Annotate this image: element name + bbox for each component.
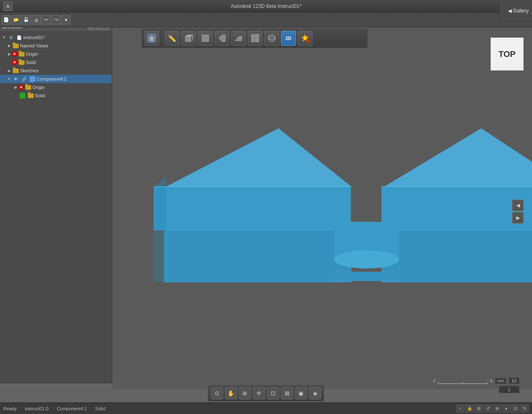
origin2-label: Origin xyxy=(32,85,44,90)
solid2-label: Solid xyxy=(35,93,45,98)
new-button[interactable]: 📄 xyxy=(2,15,11,25)
sketches-expand[interactable]: ▶ xyxy=(7,68,12,73)
status-lock-icon[interactable]: 🔒 xyxy=(466,404,474,413)
component-expand[interactable]: ▼ xyxy=(7,76,12,81)
nav-controls: ◀ ▶ xyxy=(512,200,524,224)
status-box-icon[interactable]: ⊡ xyxy=(511,404,520,413)
scale-unit: mm xyxy=(495,378,506,384)
root-label: instruct01* xyxy=(23,35,45,40)
front-view-tool[interactable] xyxy=(198,31,213,46)
tree-solid1[interactable]: ▶ ✕ Solid xyxy=(0,58,112,67)
svg-rect-16 xyxy=(306,39,310,42)
component-icon xyxy=(29,76,36,82)
solid1-label: Solid xyxy=(26,60,36,65)
gallery-panel[interactable]: ◀ Gallery xyxy=(499,0,532,22)
box-tool[interactable] xyxy=(181,31,196,46)
component-label: Component4:1 xyxy=(37,76,66,81)
status-percent-icon[interactable]: % xyxy=(520,404,529,413)
pencil-tool[interactable]: ✏️ xyxy=(165,31,180,46)
top-view-label[interactable]: TOP xyxy=(490,37,524,71)
tree-solid2[interactable]: ▶ Solid xyxy=(0,91,112,100)
save-button[interactable]: 💾 xyxy=(22,15,31,25)
svg-rect-23 xyxy=(382,230,532,282)
solid2-green-icon xyxy=(19,92,26,99)
dropdown-button[interactable]: ▼ xyxy=(62,15,71,25)
print-button[interactable]: 🖨 xyxy=(32,15,41,25)
main-toolbar: ✏️ 2D xyxy=(141,28,368,48)
quick-access-toolbar: 📄 📂 💾 🖨 ↩ ↪ ▼ xyxy=(0,12,532,27)
select-surface-button[interactable]: ⊠ xyxy=(281,387,293,399)
nav-left-button[interactable]: ◀ xyxy=(512,200,524,211)
solid1-folder-icon xyxy=(18,59,25,66)
home-view-button[interactable] xyxy=(144,31,159,46)
origin1-expand[interactable]: ▶ xyxy=(7,52,12,57)
tree-root[interactable]: ▼ ⊕ 📄 instruct01* xyxy=(0,33,112,42)
title-bar: A Autodesk 123D Beta instruct01* ─ □ ✕ xyxy=(0,0,532,12)
svg-rect-2 xyxy=(150,38,154,41)
svg-rect-10 xyxy=(256,34,259,38)
svg-marker-8 xyxy=(235,37,242,41)
2d-view-button[interactable]: 2D xyxy=(281,31,296,46)
app-icon[interactable]: A xyxy=(3,2,12,11)
root-icon: ⊕ xyxy=(7,34,14,41)
named-views-folder-icon xyxy=(12,42,19,49)
view-cube[interactable]: TOP xyxy=(490,37,524,71)
tree-sketches[interactable]: ▶ Sketches xyxy=(0,67,112,75)
2d-label: 2D xyxy=(286,36,291,41)
status-undo-icon[interactable]: ↺ xyxy=(484,404,492,413)
scale-bar: 0 6 mm 10 1 xyxy=(433,377,520,393)
svg-rect-6 xyxy=(202,35,209,42)
viewport[interactable] xyxy=(112,22,532,389)
named-views-label: Named Views xyxy=(20,43,48,48)
status-add-icon[interactable]: ⊕ xyxy=(493,404,501,413)
svg-rect-19 xyxy=(154,187,351,230)
svg-rect-11 xyxy=(251,39,255,42)
sketches-label: Sketches xyxy=(20,68,39,73)
zoom-button[interactable]: ⊕ xyxy=(239,387,251,399)
tree-origin1[interactable]: ▶ ✕ Origin xyxy=(0,50,112,58)
open-button[interactable]: 📂 xyxy=(12,15,21,25)
root-doc-icon: 📄 xyxy=(16,34,22,41)
star-tool[interactable] xyxy=(298,31,313,46)
status-icons: ✓ 🔒 ⊞ ↺ ⊕ ♦ ⊡ % xyxy=(456,404,529,413)
perspective-tool[interactable] xyxy=(231,31,246,46)
origin2-expand[interactable]: ▶ xyxy=(13,85,18,90)
status-ready: Ready xyxy=(3,406,17,411)
orbit-tool[interactable] xyxy=(264,31,279,46)
status-gem-icon[interactable]: ♦ xyxy=(502,404,510,413)
redo-button[interactable]: ↪ xyxy=(52,15,61,25)
look-button[interactable]: ◉ xyxy=(295,387,308,399)
orbit-button[interactable]: ⊙ xyxy=(211,387,223,399)
display-button[interactable]: ◈ xyxy=(309,387,321,399)
shape-container xyxy=(112,22,532,389)
origin2-folder-icon xyxy=(25,84,32,91)
svg-rect-31 xyxy=(154,230,164,282)
side-view-tool[interactable] xyxy=(214,31,229,46)
status-check-icon[interactable]: ✓ xyxy=(456,404,465,413)
undo-button[interactable]: ↩ xyxy=(42,15,51,25)
svg-rect-12 xyxy=(256,39,259,42)
sketches-folder-icon xyxy=(12,67,19,74)
select-box-button[interactable]: ⊡ xyxy=(267,387,279,399)
origin2-error-icon: ✕ xyxy=(18,84,24,90)
status-file: instruct01:0 xyxy=(25,406,49,411)
status-bar: Ready instruct01:0 Component4:1 Solid ✓ … xyxy=(0,402,532,414)
status-component: Component4:1 xyxy=(57,406,87,411)
svg-point-27 xyxy=(334,250,399,269)
gallery-label[interactable]: ◀ Gallery xyxy=(508,8,529,14)
svg-point-14 xyxy=(268,37,275,39)
status-grid-icon[interactable]: ⊞ xyxy=(475,404,483,413)
named-views-expand[interactable]: ▶ xyxy=(7,43,12,48)
browser-tree: ▼ ⊕ 📄 instruct01* ▶ Named Views ▶ ✕ Orig… xyxy=(0,32,112,101)
tree-component[interactable]: ▼ 👁 🔗 Component4:1 xyxy=(0,75,112,83)
nav-right-button[interactable]: ▶ xyxy=(512,212,524,224)
tree-origin2[interactable]: ▶ ✕ Origin xyxy=(0,83,112,91)
tree-named-views[interactable]: ▶ Named Views xyxy=(0,42,112,50)
solid2-folder-icon xyxy=(27,92,34,99)
component-eye-icon: 👁 xyxy=(12,76,19,82)
move-button[interactable]: ✛ xyxy=(253,387,265,399)
root-expand[interactable]: ▼ xyxy=(2,35,7,40)
grid-view-tool[interactable] xyxy=(248,31,263,46)
svg-rect-3 xyxy=(185,37,190,42)
pan-button[interactable]: ✋ xyxy=(225,387,237,399)
